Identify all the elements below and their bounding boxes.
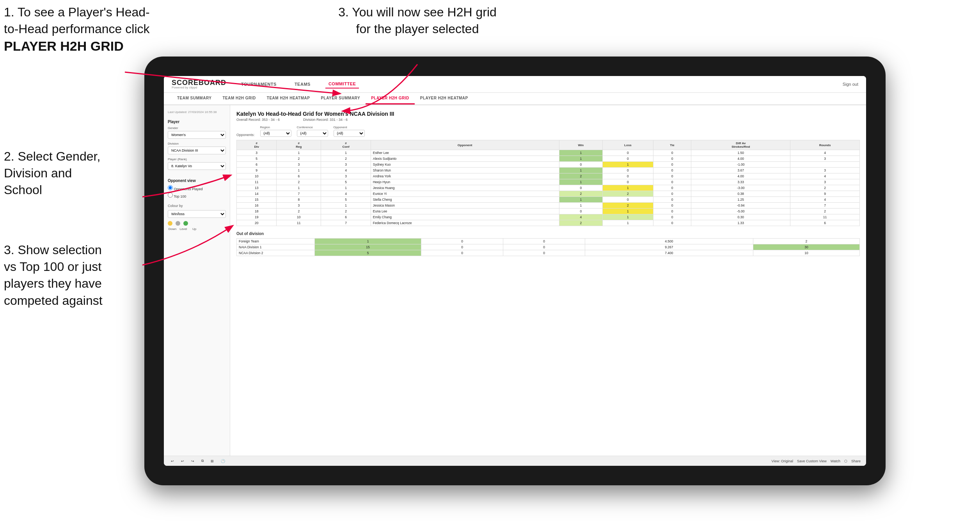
- th-conf: #Conf: [321, 140, 371, 150]
- instruction-mid2: Division and: [4, 166, 72, 180]
- opponents-label: Opponents:: [236, 133, 255, 137]
- main-table: #Div #Reg #Conf Opponent Win Loss Tie Di…: [236, 140, 860, 226]
- view-original-btn[interactable]: View: Original: [772, 459, 793, 463]
- subnav-team-summary[interactable]: TEAM SUMMARY: [172, 93, 217, 104]
- colour-by-label: Colour by: [168, 204, 226, 208]
- th-rounds: Rounds: [790, 140, 860, 150]
- table-row: 1311 Jessica Huang 0 1 0 -3.00 2: [237, 185, 860, 191]
- subnav: TEAM SUMMARY TEAM H2H GRID TEAM H2H HEAT…: [164, 93, 866, 105]
- table-row: 1822 Euna Lee 0 1 0 -5.00 2: [237, 209, 860, 214]
- undo-btn[interactable]: ↩: [169, 458, 176, 464]
- out-of-division-title: Out of division: [236, 232, 860, 236]
- nav-committee[interactable]: COMMITTEE: [325, 80, 359, 88]
- dot-up: [183, 221, 188, 226]
- colour-labels: Down Level Up: [168, 227, 226, 231]
- instruction-bold: PLAYER H2H GRID: [4, 39, 124, 53]
- watch-btn[interactable]: Watch: [831, 459, 840, 463]
- radio-top100[interactable]: Top 100: [168, 193, 226, 198]
- instruction-bot1: 3. Show selection: [4, 243, 102, 257]
- dot-level: [176, 221, 180, 226]
- subnav-player-h2h-grid[interactable]: PLAYER H2H GRID: [366, 93, 415, 104]
- th-div: #Div: [237, 140, 277, 150]
- th-tie: Tie: [653, 140, 691, 150]
- instruction-bot4: competed against: [4, 294, 103, 308]
- table-row: 633 Sydney Kuo 0 1 0 -1.00: [237, 162, 860, 168]
- nav-teams[interactable]: TEAMS: [291, 80, 314, 88]
- filter-group-opponent: Opponent (All): [334, 126, 365, 137]
- logo-sub: Powered by clippd: [172, 86, 226, 89]
- instruction-line1: 1. To see a Player's Head-: [4, 5, 150, 19]
- instruction-bot2: vs Top 100 or just: [4, 260, 101, 274]
- instruction-bot3: players they have: [4, 276, 102, 290]
- copy-btn[interactable]: ⧉: [200, 458, 205, 464]
- grid-subtitle: Overall Record: 353 - 34 - 6 Division Re…: [236, 118, 860, 122]
- bottom-toolbar: ↩ ↩ ↪ ⧉ ⊞ 🕐 View: Original Save Custom V…: [164, 456, 866, 466]
- gender-label: Gender: [168, 126, 226, 130]
- division-label: Division: [168, 142, 226, 145]
- timestamp: Last Updated: 27/03/2024 16:55:38: [168, 110, 226, 114]
- player-rank-label: Player (Rank): [168, 157, 226, 161]
- subnav-player-h2h-heatmap[interactable]: PLAYER H2H HEATMAP: [415, 93, 474, 104]
- colour-dots: [168, 221, 226, 226]
- grid-title: Katelyn Vo Head-to-Head Grid for Women's…: [236, 111, 860, 117]
- right-panel: Katelyn Vo Head-to-Head Grid for Women's…: [230, 105, 866, 456]
- table-row: 1631 Jessica Mason 1 2 0 -0.94 7: [237, 203, 860, 209]
- table-row: 311 Esther Lee 1 0 0 1.50 4: [237, 150, 860, 156]
- table-row: 1585 Stella Cheng 1 0 0 1.25 4: [237, 197, 860, 203]
- main-content: Last Updated: 27/03/2024 16:55:38 Player…: [164, 105, 866, 456]
- label-level: Level: [179, 227, 188, 231]
- logo-area: SCOREBOARD Powered by clippd: [172, 79, 226, 89]
- navbar: SCOREBOARD Powered by clippd TOURNAMENTS…: [164, 76, 866, 93]
- share-label: Share: [851, 459, 861, 463]
- filters-row: Opponents: Region (All) Conference (All): [236, 126, 860, 137]
- table-row: 1474 Eunice Yi 2 2 0 0.38 9: [237, 191, 860, 197]
- conference-select[interactable]: (All): [297, 130, 328, 137]
- th-diff: Diff AvStrokes/Rnd: [691, 140, 790, 150]
- out-of-division-table: Foreign Team 1 0 0 4.500 2 NAIA Division…: [236, 238, 860, 256]
- instruction-top-left: 1. To see a Player's Head- to-Head perfo…: [4, 4, 152, 55]
- conference-label: Conference: [297, 126, 328, 129]
- th-loss: Loss: [603, 140, 653, 150]
- paste-btn[interactable]: ⊞: [209, 458, 215, 464]
- share-btn[interactable]: Share: [851, 459, 861, 463]
- region-label: Region: [260, 126, 291, 129]
- table-row: NAIA Division 1 15 0 0 9.267 30: [237, 244, 860, 250]
- th-win: Win: [559, 140, 603, 150]
- gender-select[interactable]: Women's Men's: [168, 131, 226, 139]
- logo: SCOREBOARD: [172, 79, 226, 86]
- subnav-team-h2h-heatmap[interactable]: TEAM H2H HEATMAP: [261, 93, 316, 104]
- colour-section: Colour by Win/loss Down Level Up: [168, 204, 226, 231]
- th-opponent: Opponent: [371, 140, 559, 150]
- radio-opponents-played[interactable]: Opponents Played: [168, 185, 226, 191]
- player-section-title: Player: [168, 120, 226, 124]
- save-custom-view-btn[interactable]: Save Custom View: [797, 459, 827, 463]
- history-btn[interactable]: 🕐: [219, 458, 227, 464]
- redo2-btn[interactable]: ↪: [190, 458, 196, 464]
- table-row: 914 Sharon Mun 1 0 0 3.67 3: [237, 168, 860, 173]
- region-select[interactable]: (All): [260, 130, 291, 137]
- division-select[interactable]: NCAA Division III NCAA Division I NCAA D…: [168, 147, 226, 154]
- tablet: SCOREBOARD Powered by clippd TOURNAMENTS…: [144, 57, 886, 485]
- instruction-bot-left: 3. Show selection vs Top 100 or just pla…: [4, 242, 137, 309]
- nav-tournaments[interactable]: TOURNAMENTS: [238, 80, 280, 88]
- left-panel: Last Updated: 27/03/2024 16:55:38 Player…: [164, 105, 230, 456]
- table-row: 522 Alexis Sudjianto 1 0 0 4.00 3: [237, 156, 860, 162]
- table-row: NCAA Division 2 5 0 0 7.400 10: [237, 250, 860, 256]
- subnav-player-summary[interactable]: PLAYER SUMMARY: [315, 93, 366, 104]
- opponent-select[interactable]: (All): [334, 130, 365, 137]
- radio-label-top100: Top 100: [174, 195, 186, 198]
- player-rank-select[interactable]: 8. Katelyn Vo: [168, 162, 226, 170]
- export-icon: ⬡: [844, 459, 847, 463]
- instruction-mid1: 2. Select Gender,: [4, 149, 100, 163]
- table-row: 1063 Andrea York 2 0 0 4.00 4: [237, 173, 860, 179]
- redo1-btn[interactable]: ↩: [179, 458, 186, 464]
- export-btn[interactable]: ⬡: [844, 459, 847, 463]
- tablet-screen: SCOREBOARD Powered by clippd TOURNAMENTS…: [164, 76, 866, 466]
- opponent-view-title: Opponent view: [168, 179, 226, 183]
- dot-down: [168, 221, 172, 226]
- instruction-mid-left: 2. Select Gender, Division and School: [4, 148, 137, 199]
- subnav-team-h2h-grid[interactable]: TEAM H2H GRID: [217, 93, 261, 104]
- sign-out[interactable]: Sign out: [843, 82, 858, 87]
- colour-by-select[interactable]: Win/loss: [168, 210, 226, 218]
- instruction-mid3: School: [4, 183, 42, 197]
